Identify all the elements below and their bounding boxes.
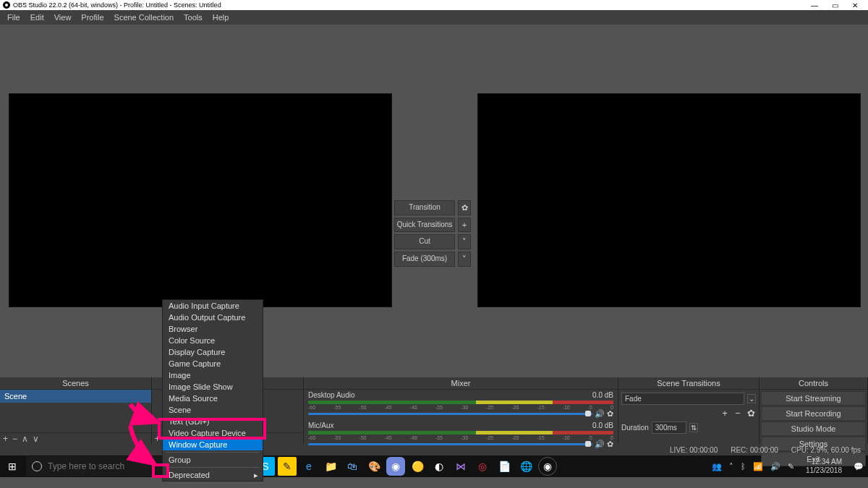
transition-center-controls: Transition ✿ Quick Transitions + Cut ˅ F… <box>394 200 471 269</box>
start-button[interactable]: ⊞ <box>0 461 25 472</box>
cut-dropdown-icon[interactable]: ˅ <box>458 234 471 249</box>
track-settings-icon[interactable]: ✿ <box>607 409 613 419</box>
duration-input[interactable]: 300ms <box>652 421 686 434</box>
menu-item-group[interactable]: Group <box>163 454 263 466</box>
taskbar-pinned-apps: S ✎ e 📁 🛍 🎨 ◉ 🟡 ◐ ⋈ ◎ 📄 🌐 ◉ <box>249 457 712 476</box>
menu-item-color-source[interactable]: Color Source <box>163 335 263 346</box>
cut-button[interactable]: Cut <box>394 234 455 249</box>
menu-separator <box>166 467 260 468</box>
system-tray: 👥 ˄ ᛒ 📶 🔊 ✎ 12:34 AM 11/23/2018 💬 <box>712 458 868 475</box>
transition-select[interactable]: Fade <box>621 393 744 405</box>
close-button[interactable]: ✕ <box>845 1 865 9</box>
transition-settings-icon[interactable]: ✿ <box>458 200 471 215</box>
minimize-button[interactable]: — <box>804 1 825 9</box>
menu-file[interactable]: File <box>3 12 25 23</box>
menu-item-deprecated[interactable]: Deprecated <box>163 469 263 481</box>
visual-studio-icon[interactable]: ⋈ <box>451 457 470 476</box>
preview-canvas-right[interactable] <box>477 93 861 307</box>
move-scene-up-button[interactable]: ∧ <box>22 434 28 444</box>
bluetooth-icon[interactable]: ᛒ <box>741 462 746 471</box>
start-recording-button[interactable]: Start Recording <box>761 406 866 421</box>
remove-transition-button[interactable]: − <box>733 408 743 419</box>
volume-slider[interactable] <box>308 413 592 415</box>
add-quick-transition-icon[interactable]: + <box>458 218 471 232</box>
scenes-header: Scenes <box>0 377 151 390</box>
menu-item-media-source[interactable]: Media Source <box>163 393 263 404</box>
menu-item-video-capture-device[interactable]: Video Capture Device <box>163 427 263 439</box>
file-explorer-icon[interactable]: 📁 <box>321 457 340 476</box>
menu-item-game-capture[interactable]: Game Capture <box>163 358 263 369</box>
date: 11/23/2018 <box>806 466 842 475</box>
menu-item-image[interactable]: Image <box>163 369 263 381</box>
transition-dropdown-icon[interactable]: ⌄ <box>747 394 756 403</box>
discord-icon[interactable]: ◉ <box>386 457 405 476</box>
chrome-icon[interactable]: 🌐 <box>516 457 535 476</box>
workspace: Transition ✿ Quick Transitions + Cut ˅ F… <box>0 25 868 377</box>
track-db: 0.0 dB <box>592 391 613 399</box>
bottom-panels: Scenes Scene + − ∧ ∨ Sources + − ✿ ∧ ∨ M… <box>0 377 868 444</box>
notifications-icon[interactable]: 💬 <box>854 462 864 471</box>
scene-item[interactable]: Scene <box>0 390 151 403</box>
people-icon[interactable]: 👥 <box>712 462 722 471</box>
store-icon[interactable]: 🛍 <box>343 457 362 476</box>
fade-dropdown-icon[interactable]: ˅ <box>458 252 471 267</box>
windows-taskbar: ⊞ 🎤 ▢ S ✎ e 📁 🛍 🎨 ◉ 🟡 ◐ ⋈ ◎ 📄 🌐 ◉ 👥 ˄ ᛒ … <box>0 455 868 477</box>
obs-taskbar-icon[interactable]: ◉ <box>538 457 557 476</box>
remove-scene-button[interactable]: − <box>12 434 17 444</box>
duration-spinner-icon[interactable]: ⇅ <box>689 423 698 432</box>
preview-canvas-left[interactable] <box>9 93 392 307</box>
menu-scene-collection[interactable]: Scene Collection <box>110 12 179 23</box>
volume-slider[interactable] <box>308 443 592 445</box>
wifi-icon[interactable]: 📶 <box>753 462 763 471</box>
menu-view[interactable]: View <box>50 12 76 23</box>
menu-item-text-gdi[interactable]: Text (GDI+) <box>163 416 263 427</box>
paint-icon[interactable]: 🎨 <box>365 457 383 476</box>
language-icon[interactable]: ✎ <box>788 462 794 471</box>
steam-icon[interactable]: ◐ <box>430 457 448 476</box>
quick-transitions-button[interactable]: Quick Transitions <box>394 218 455 232</box>
menu-item-display-capture[interactable]: Display Capture <box>163 346 263 358</box>
menu-edit[interactable]: Edit <box>26 12 48 23</box>
transitions-header: Scene Transitions <box>618 377 759 390</box>
status-cpu: CPU: 2.9%, 60.00 fps <box>791 446 861 454</box>
menu-item-window-capture[interactable]: Window Capture <box>163 439 263 450</box>
maximize-button[interactable]: ▭ <box>825 1 845 9</box>
window-titlebar: OBS Studio 22.0.2 (64-bit, windows) - Pr… <box>0 0 868 10</box>
add-source-button[interactable]: + <box>155 434 160 444</box>
mute-icon[interactable]: 🔊 <box>595 440 605 449</box>
app-icon[interactable]: 🟡 <box>408 457 427 476</box>
transition-properties-icon[interactable]: ✿ <box>746 408 756 419</box>
obs-logo-icon <box>3 1 10 9</box>
studio-mode-button[interactable]: Studio Mode <box>761 421 866 436</box>
menu-item-audio-input-capture[interactable]: Audio Input Capture <box>163 300 263 312</box>
track-settings-icon[interactable]: ✿ <box>607 440 613 449</box>
app-icon[interactable]: 📄 <box>495 457 514 476</box>
start-streaming-button[interactable]: Start Streaming <box>761 391 866 406</box>
app-icon[interactable]: ◎ <box>473 457 492 476</box>
audio-meter <box>308 431 613 435</box>
menu-item-browser[interactable]: Browser <box>163 323 263 335</box>
track-name: Mic/Aux <box>308 421 334 429</box>
add-transition-button[interactable]: + <box>720 408 730 419</box>
mixer-panel: Mixer Desktop Audio 0.0 dB -60-55-50-45-… <box>304 377 618 444</box>
transition-button[interactable]: Transition <box>394 200 455 215</box>
menu-help[interactable]: Help <box>208 12 234 23</box>
menu-tools[interactable]: Tools <box>179 12 207 23</box>
clock[interactable]: 12:34 AM 11/23/2018 <box>801 458 846 475</box>
add-scene-button[interactable]: + <box>3 434 8 444</box>
volume-icon[interactable]: 🔊 <box>770 462 780 471</box>
fade-button[interactable]: Fade (300ms) <box>394 252 455 267</box>
tray-chevron-icon[interactable]: ˄ <box>729 462 733 471</box>
mute-icon[interactable]: 🔊 <box>595 409 605 419</box>
move-scene-down-button[interactable]: ∨ <box>33 434 39 444</box>
menu-separator <box>166 452 260 453</box>
controls-panel: Controls Start Streaming Start Recording… <box>760 377 868 444</box>
menu-item-image-slide-show[interactable]: Image Slide Show <box>163 381 263 393</box>
sticky-notes-icon[interactable]: ✎ <box>278 457 297 476</box>
status-live: LIVE: 00:00:00 <box>670 446 718 454</box>
edge-icon[interactable]: e <box>299 457 318 476</box>
menu-item-scene[interactable]: Scene <box>163 404 263 416</box>
transitions-panel: Scene Transitions Fade ⌄ + − ✿ Duration … <box>618 377 760 444</box>
menu-item-audio-output-capture[interactable]: Audio Output Capture <box>163 312 263 323</box>
menu-profile[interactable]: Profile <box>77 12 108 23</box>
